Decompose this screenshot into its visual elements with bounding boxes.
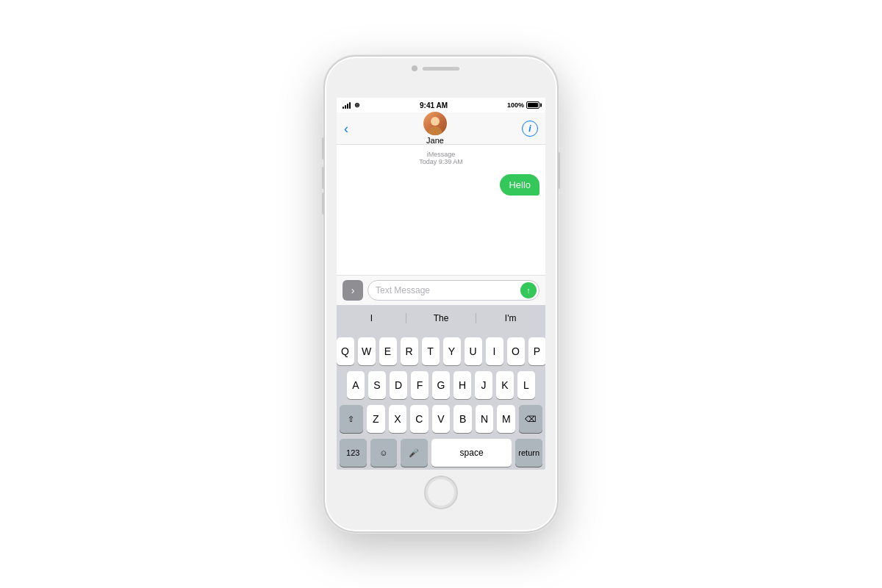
signal-bar-1 [343,107,344,109]
key-e[interactable]: E [379,337,397,365]
message-bubble-container: Hello [343,174,539,196]
pred-word-1[interactable]: I [337,310,406,326]
key-m[interactable]: M [497,405,515,433]
status-right: 100% [507,101,539,109]
camera-dot [412,65,417,71]
predictive-bar: I The I'm [337,305,545,331]
info-button[interactable]: i [522,121,538,137]
key-c[interactable]: C [410,405,429,433]
message-bubble: Hello [500,174,539,196]
contact-name: Jane [426,136,444,145]
keyboard-row-1: Q W E R T Y U I O P [340,337,542,365]
avatar-body [428,126,442,135]
back-button[interactable]: ‹ [344,122,348,135]
battery-percent: 100% [507,101,524,109]
status-bar: ⊛ 9:41 AM 100% [337,98,545,112]
wifi-icon: ⊛ [354,101,360,109]
key-b[interactable]: B [453,405,472,433]
key-y[interactable]: Y [443,337,461,365]
input-area: › Text Message ↑ [337,275,545,305]
key-t[interactable]: T [422,337,440,365]
pred-word-2[interactable]: The [406,310,476,326]
key-mic[interactable]: 🎤 [401,439,428,467]
key-123[interactable]: 123 [340,439,367,467]
signal-bar-4 [349,102,351,109]
keyboard: Q W E R T Y U I O P A S D F G H J K [337,331,545,470]
input-row: › Text Message ↑ [343,280,539,301]
keyboard-row-3: ⇧ Z X C V B N M ⌫ [340,405,542,433]
send-arrow-icon: ↑ [526,287,531,295]
key-v[interactable]: V [432,405,451,433]
avatar [423,112,447,135]
avatar-person [423,112,447,135]
apps-button[interactable]: › [343,280,363,301]
phone-top [368,67,514,71]
message-timestamp: iMessage Today 9:39 AM [343,151,539,165]
signal-bar-2 [345,105,346,109]
phone-screen: ⊛ 9:41 AM 100% ‹ [337,98,545,470]
key-u[interactable]: U [465,337,482,365]
key-i[interactable]: I [486,337,503,365]
key-l[interactable]: L [517,371,535,399]
key-h[interactable]: H [453,371,471,399]
apps-icon: › [351,284,355,296]
key-a[interactable]: A [347,371,365,399]
text-input-placeholder: Text Message [376,285,430,295]
info-icon: i [528,123,531,134]
key-z[interactable]: Z [367,405,385,433]
message-type: iMessage [343,151,539,158]
status-time: 9:41 AM [420,101,448,110]
key-x[interactable]: X [389,405,407,433]
key-emoji[interactable]: ☺ [370,439,398,467]
key-k[interactable]: K [496,371,514,399]
signal-bar-3 [347,104,348,109]
nav-center[interactable]: Jane [423,112,447,145]
speaker [423,67,459,71]
key-g[interactable]: G [432,371,450,399]
avatar-head [431,117,440,126]
back-chevron-icon: ‹ [344,122,348,135]
messages-area: iMessage Today 9:39 AM Hello [337,145,545,275]
send-button[interactable]: ↑ [520,282,537,298]
key-n[interactable]: N [476,405,494,433]
key-q[interactable]: Q [337,337,354,365]
key-return[interactable]: return [515,439,542,467]
home-button[interactable] [424,476,458,509]
text-input-wrapper[interactable]: Text Message ↑ [368,280,539,301]
key-o[interactable]: O [507,337,525,365]
phone-frame: ⊛ 9:41 AM 100% ‹ [323,55,559,533]
message-time: Today 9:39 AM [419,158,463,165]
key-s[interactable]: S [368,371,386,399]
pred-word-3[interactable]: I'm [476,310,545,326]
keyboard-row-2: A S D F G H J K L [340,371,542,399]
key-j[interactable]: J [475,371,492,399]
key-space[interactable]: space [431,439,512,467]
battery-icon [526,101,539,109]
signal-bars [343,101,351,109]
key-r[interactable]: R [401,337,418,365]
key-w[interactable]: W [358,337,376,365]
key-f[interactable]: F [411,371,429,399]
key-p[interactable]: P [528,337,546,365]
battery-fill [528,103,538,107]
key-delete[interactable]: ⌫ [519,405,542,433]
keyboard-row-4: 123 ☺ 🎤 space return [340,439,542,467]
status-left: ⊛ [343,101,360,109]
key-shift[interactable]: ⇧ [340,405,363,433]
key-d[interactable]: D [390,371,407,399]
navigation-bar: ‹ Jane i [337,112,545,145]
